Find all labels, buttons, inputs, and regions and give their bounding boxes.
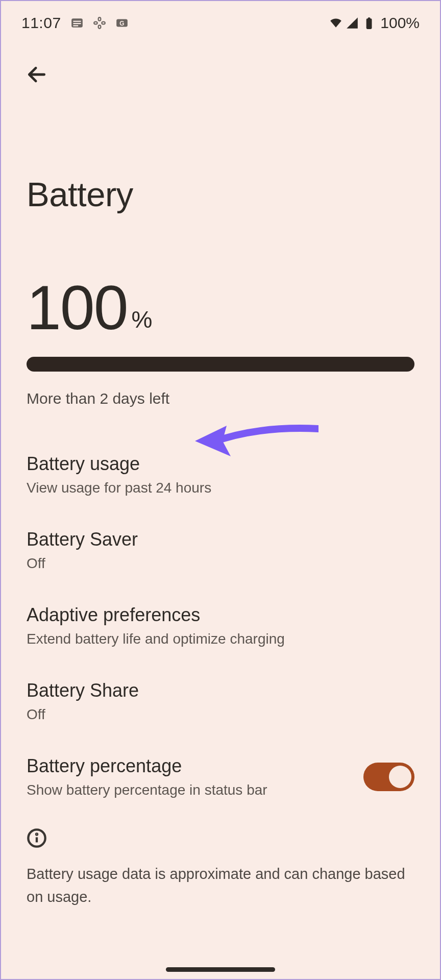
status-left: 11:07 G <box>21 14 129 32</box>
item-title: Adaptive preferences <box>27 604 414 626</box>
battery-percentage-toggle[interactable] <box>363 763 414 791</box>
item-battery-percentage[interactable]: Battery percentage Show battery percenta… <box>27 740 414 816</box>
info-block: Battery usage data is approximate and ca… <box>1 816 440 909</box>
battery-estimate: More than 2 days left <box>27 390 414 407</box>
arrow-back-icon <box>26 63 48 86</box>
item-battery-share[interactable]: Battery Share Off <box>27 665 414 740</box>
item-battery-saver[interactable]: Battery Saver Off <box>27 513 414 589</box>
status-battery-text: 100% <box>380 14 420 32</box>
item-subtitle: View usage for past 24 hours <box>27 480 414 496</box>
item-adaptive-preferences[interactable]: Adaptive preferences Extend battery life… <box>27 589 414 665</box>
svg-rect-7 <box>368 17 370 19</box>
battery-icon <box>362 16 375 30</box>
toggle-knob <box>389 766 411 788</box>
item-subtitle: Show battery percentage in status bar <box>27 782 353 798</box>
item-subtitle: Off <box>27 706 414 723</box>
svg-text:G: G <box>119 20 124 27</box>
svg-rect-3 <box>73 25 78 26</box>
info-text: Battery usage data is approximate and ca… <box>27 863 414 909</box>
back-button[interactable] <box>22 60 51 89</box>
svg-rect-6 <box>366 18 372 29</box>
clock: 11:07 <box>21 14 61 32</box>
svg-point-10 <box>36 834 37 835</box>
navigation-handle[interactable] <box>166 967 275 972</box>
item-title: Battery usage <box>27 453 414 475</box>
svg-rect-2 <box>73 23 81 24</box>
messages-icon <box>70 16 84 30</box>
status-bar: 11:07 G 100% <box>1 1 440 38</box>
item-subtitle: Off <box>27 555 414 572</box>
item-battery-usage[interactable]: Battery usage View usage for past 24 hou… <box>27 438 414 513</box>
battery-progress-bar <box>27 357 414 372</box>
wifi-icon <box>329 16 342 30</box>
page-title: Battery <box>1 89 440 214</box>
pinwheel-icon <box>93 16 106 30</box>
item-title: Battery percentage <box>27 755 353 777</box>
battery-hero: 100 % More than 2 days left <box>1 214 440 407</box>
item-subtitle: Extend battery life and optimize chargin… <box>27 631 414 647</box>
battery-unit: % <box>132 306 153 336</box>
item-title: Battery Share <box>27 680 414 701</box>
settings-battery-screen: 11:07 G 100% Battery 100 % More than 2 d… <box>0 0 441 980</box>
toolbar <box>1 38 440 89</box>
battery-number: 100 <box>27 280 128 336</box>
battery-value: 100 % <box>27 280 414 336</box>
svg-rect-1 <box>73 21 81 22</box>
news-icon: G <box>115 16 129 30</box>
info-icon <box>27 828 47 848</box>
signal-icon <box>346 16 359 30</box>
item-title: Battery Saver <box>27 529 414 550</box>
status-right: 100% <box>329 14 420 32</box>
settings-list: Battery usage View usage for past 24 hou… <box>1 407 440 816</box>
